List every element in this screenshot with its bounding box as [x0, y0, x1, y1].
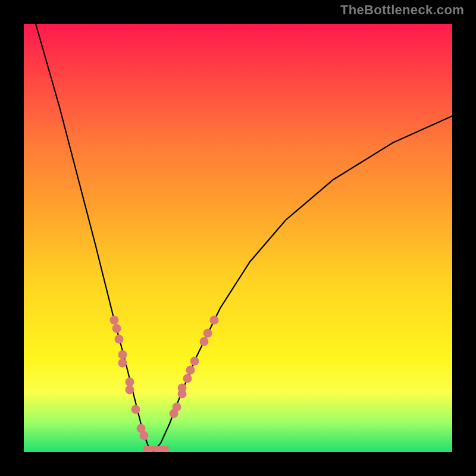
marker-dot [178, 384, 187, 393]
marker-dot [210, 316, 219, 325]
marker-dot [190, 357, 199, 366]
marker-dot [126, 386, 134, 394]
marker-dot [118, 350, 127, 359]
highlight-markers [110, 316, 219, 449]
watermark-text: TheBottleneck.com [340, 4, 464, 17]
marker-dot [112, 324, 121, 333]
chart-frame: TheBottleneck.com [0, 0, 476, 476]
marker-dot [131, 405, 140, 414]
marker-dot [173, 403, 181, 412]
marker-dot [140, 431, 149, 440]
marker-dot [126, 378, 134, 387]
bottleneck-curve [36, 24, 452, 451]
marker-dot [186, 366, 195, 375]
marker-dot [110, 316, 119, 325]
marker-dot [118, 359, 127, 368]
plot-area [24, 24, 452, 452]
marker-dot [183, 374, 192, 383]
marker-dot [115, 335, 124, 344]
curve-svg [24, 24, 452, 452]
marker-dot [203, 329, 212, 338]
marker-dot [200, 337, 209, 346]
